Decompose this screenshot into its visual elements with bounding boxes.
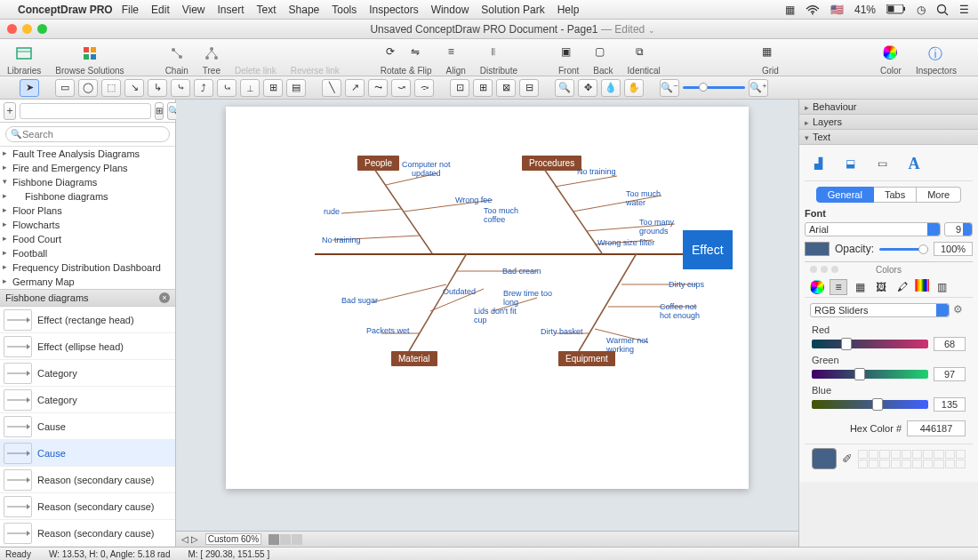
rotate-icon[interactable]: ⟳ [386, 45, 402, 61]
menu-window[interactable]: Window [431, 4, 469, 16]
hex-input[interactable]: 446187 [907, 420, 966, 436]
connector-1[interactable]: ↘ [124, 79, 144, 97]
lib-floor[interactable]: Floor Plans [0, 204, 175, 218]
menu-insert[interactable]: Insert [218, 4, 244, 16]
opacity-value[interactable]: 100% [934, 242, 973, 256]
lib-football[interactable]: Football [0, 246, 175, 260]
lib-flowcharts[interactable]: Flowcharts [0, 218, 175, 232]
tab-general[interactable]: General [816, 187, 874, 203]
tab-more[interactable]: More [917, 187, 961, 203]
menu-shape[interactable]: Shape [289, 4, 320, 16]
front-icon[interactable]: ▣ [561, 45, 577, 61]
wifi-icon[interactable] [806, 4, 820, 15]
rect-tool[interactable]: ▭ [55, 79, 75, 97]
library-search[interactable] [5, 126, 170, 142]
connector-2[interactable]: ↳ [148, 79, 167, 97]
menu-tools[interactable]: Tools [332, 4, 357, 16]
font-select[interactable]: Arial [805, 222, 941, 236]
add-library-button[interactable]: ＋ [4, 102, 16, 120]
zoom-tool[interactable]: 🔍 [555, 79, 574, 97]
library-filter[interactable] [20, 103, 151, 119]
browse-icon[interactable] [82, 45, 98, 61]
cat-people[interactable]: People [357, 156, 399, 171]
inspectors-icon[interactable]: ⓘ [928, 45, 944, 61]
menu-solution-park[interactable]: Solution Park [481, 4, 544, 16]
menu-help[interactable]: Help [557, 4, 580, 16]
connector-3[interactable]: ⤷ [171, 79, 190, 97]
chevron-down-icon[interactable]: ⌄ [648, 26, 655, 35]
flag-icon[interactable]: 🇺🇸 [830, 4, 844, 16]
section-layers[interactable]: Layers [799, 115, 978, 130]
color-bars-mode[interactable] [915, 279, 929, 292]
color-image-mode[interactable]: 🖼 [872, 279, 890, 295]
section-text[interactable]: Text [799, 130, 978, 145]
document-page[interactable]: Effect People Procedures Material Equipm… [226, 107, 749, 489]
group-2[interactable]: ⊞ [473, 79, 493, 97]
lib-fishbone[interactable]: Fishbone Diagrams [0, 175, 175, 189]
shape-item[interactable]: Reason (secondary cause) [0, 467, 175, 493]
color-sliders-mode[interactable]: ≡ [830, 279, 847, 295]
section-behaviour[interactable]: Behaviour [799, 100, 978, 115]
shape-tool-1[interactable]: ⬚ [101, 79, 121, 97]
flip-icon[interactable]: ⇋ [411, 45, 427, 61]
lib-fire[interactable]: Fire and Emergency Plans [0, 161, 175, 175]
back-icon[interactable]: ▢ [595, 45, 611, 61]
chain-icon[interactable] [169, 45, 185, 61]
group-1[interactable]: ⊡ [450, 79, 469, 97]
connector-6[interactable]: ⟂ [240, 79, 260, 97]
rgb-mode-select[interactable]: RGB Sliders [810, 303, 950, 317]
shape-item[interactable]: Effect (ellipse head) [0, 333, 175, 360]
shape-item[interactable]: Cause [0, 413, 175, 440]
textopt-3[interactable]: ▭ [870, 154, 894, 173]
grid-view-button[interactable]: ⊞ [155, 102, 164, 120]
red-value[interactable]: 68 [934, 337, 966, 351]
menu-file[interactable]: File [122, 4, 139, 16]
distribute-icon[interactable]: ⫴ [491, 45, 507, 61]
shapes-library-header[interactable]: Fishbone diagrams × [0, 289, 175, 307]
menu-view[interactable]: View [182, 4, 205, 16]
canvas-scroll[interactable]: Effect People Procedures Material Equipm… [176, 100, 798, 531]
green-slider[interactable] [812, 370, 928, 379]
hand-tool[interactable]: ✥ [578, 79, 597, 97]
line-2[interactable]: ↗ [345, 79, 365, 97]
textopt-4[interactable]: A [902, 154, 926, 173]
battery-icon[interactable] [886, 4, 906, 14]
identical-icon[interactable]: ⧉ [636, 45, 652, 61]
text-tabs[interactable]: General Tabs More [805, 187, 973, 203]
group-3[interactable]: ⊠ [496, 79, 516, 97]
zoom-in[interactable]: 🔍⁺ [749, 79, 768, 97]
shape-item[interactable]: Effect (rectange head) [0, 307, 175, 333]
color-palette-mode[interactable]: ▦ [851, 279, 869, 295]
eyedropper-tool[interactable]: 💧 [601, 79, 621, 97]
tab-tabs[interactable]: Tabs [874, 187, 917, 203]
color-wheel-mode[interactable] [808, 279, 826, 295]
color-history[interactable] [858, 450, 966, 468]
effect-box[interactable]: Effect [683, 230, 733, 269]
clock-icon[interactable]: ◷ [917, 4, 926, 16]
scroll-stub[interactable]: ◁ ▷ [181, 534, 198, 544]
connector-7[interactable]: ⊞ [263, 79, 283, 97]
color-crayons-mode[interactable]: 🖍 [894, 279, 911, 295]
grid-icon[interactable]: ▦ [785, 4, 795, 16]
color-icon[interactable] [883, 45, 899, 61]
grid-button-icon[interactable]: ▦ [762, 45, 778, 61]
shape-item[interactable]: Reason (secondary cause) [0, 493, 175, 520]
color-extra-mode[interactable]: ▥ [933, 279, 950, 295]
page-tool[interactable]: ▤ [286, 79, 306, 97]
textopt-2[interactable]: ⬓ [838, 154, 862, 173]
menu-edit[interactable]: Edit [151, 4, 170, 16]
zoom-icon[interactable] [37, 24, 47, 34]
line-3[interactable]: ⤳ [368, 79, 388, 97]
pan-tool[interactable]: ✋ [624, 79, 644, 97]
line-4[interactable]: ⤻ [391, 79, 411, 97]
minimize-icon[interactable] [22, 24, 32, 34]
cat-material[interactable]: Material [391, 351, 437, 366]
shape-item[interactable]: Reason (secondary cause) [0, 520, 175, 547]
menu-text[interactable]: Text [257, 4, 277, 16]
text-color-swatch[interactable] [805, 242, 830, 256]
gear-icon[interactable]: ⚙ [953, 303, 967, 317]
blue-slider[interactable] [812, 400, 928, 409]
zoom-select[interactable]: Custom 60% [205, 533, 261, 545]
align-icon[interactable]: ≡ [448, 45, 464, 61]
group-4[interactable]: ⊟ [519, 79, 539, 97]
